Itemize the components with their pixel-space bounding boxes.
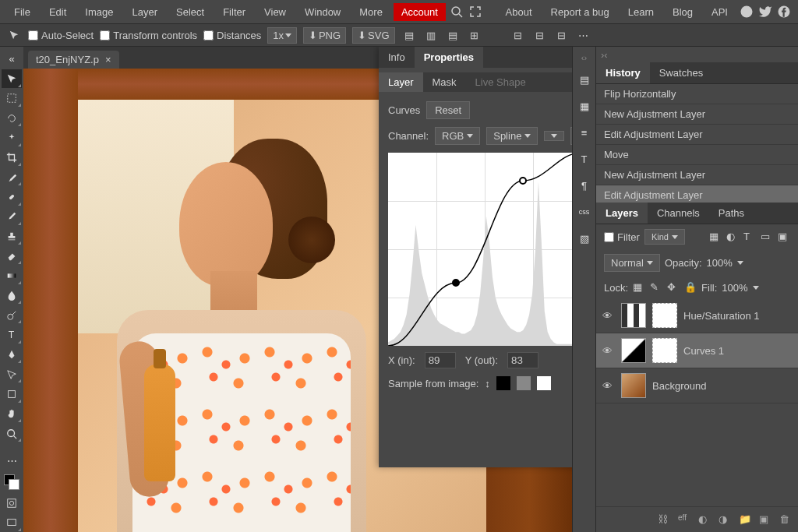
crop-tool[interactable] bbox=[2, 149, 22, 167]
link-layers-icon[interactable]: ⛓ bbox=[658, 513, 670, 526]
menu-image[interactable]: Image bbox=[77, 3, 121, 21]
distribute-h-icon[interactable]: ⊞ bbox=[467, 27, 482, 43]
visibility-icon[interactable]: 👁 bbox=[602, 345, 615, 357]
filter-adjust-icon[interactable]: ◐ bbox=[726, 231, 739, 243]
quick-mask-icon[interactable] bbox=[2, 495, 22, 513]
tab-paths[interactable]: Paths bbox=[709, 203, 754, 224]
menu-file[interactable]: File bbox=[6, 3, 38, 21]
image-panel-icon[interactable]: ▧ bbox=[574, 229, 595, 248]
filter-check[interactable]: Filter bbox=[604, 231, 640, 243]
eraser-tool[interactable] bbox=[2, 247, 22, 265]
gray-point-button[interactable] bbox=[517, 376, 531, 390]
history-item[interactable]: Edit Adjustment Layer bbox=[596, 185, 798, 203]
navigator-panel-icon[interactable]: ▦ bbox=[574, 97, 595, 115]
menu-bug[interactable]: Report a bug bbox=[543, 3, 617, 21]
fill-slider-icon[interactable] bbox=[753, 286, 759, 290]
menu-account[interactable]: Account bbox=[394, 3, 446, 21]
subtab-mask[interactable]: Mask bbox=[423, 72, 466, 92]
align-left-icon[interactable]: ▤ bbox=[401, 27, 417, 43]
more-tools[interactable]: ⋯ bbox=[2, 452, 22, 470]
filter-shape-icon[interactable]: ▭ bbox=[761, 231, 773, 243]
menu-learn[interactable]: Learn bbox=[620, 3, 662, 21]
menu-api[interactable]: API bbox=[704, 3, 736, 21]
menu-view[interactable]: View bbox=[256, 3, 294, 21]
folder-icon[interactable]: 📁 bbox=[739, 513, 751, 526]
path-tool[interactable] bbox=[2, 365, 22, 383]
tab-history[interactable]: History bbox=[596, 62, 650, 83]
menu-window[interactable]: Window bbox=[297, 3, 348, 21]
shape-tool[interactable] bbox=[2, 385, 22, 403]
heal-tool[interactable] bbox=[2, 188, 22, 206]
history-item[interactable]: Edit Adjustment Layer bbox=[596, 125, 798, 145]
menu-more[interactable]: More bbox=[351, 3, 390, 21]
tab-info[interactable]: Info bbox=[379, 47, 415, 68]
search-icon[interactable] bbox=[449, 4, 464, 19]
layer-row[interactable]: 👁 Curves 1 bbox=[596, 333, 798, 368]
filter-smart-icon[interactable]: ▣ bbox=[778, 231, 790, 243]
gradient-tool[interactable] bbox=[2, 266, 22, 284]
type-tool[interactable]: T bbox=[2, 326, 22, 344]
white-point-button[interactable] bbox=[537, 376, 551, 390]
brush-tool[interactable] bbox=[2, 208, 22, 226]
filter-pixel-icon[interactable]: ▦ bbox=[709, 231, 722, 243]
curve-point-2[interactable] bbox=[519, 177, 527, 185]
collapse-right-icon[interactable]: ‹› bbox=[581, 53, 587, 62]
new-layer-icon[interactable]: ▣ bbox=[759, 513, 772, 526]
filter-type-icon[interactable]: T bbox=[743, 231, 756, 243]
menu-about[interactable]: About bbox=[498, 3, 540, 21]
blend-select[interactable]: Normal bbox=[604, 254, 660, 272]
lasso-tool[interactable] bbox=[2, 109, 22, 127]
mask-icon[interactable]: ◐ bbox=[698, 513, 711, 526]
auto-select-check[interactable]: Auto-Select bbox=[28, 30, 94, 41]
preset-select[interactable] bbox=[544, 131, 564, 141]
lock-pixel-icon[interactable]: ✎ bbox=[650, 281, 662, 294]
transform-check[interactable]: Transform controls bbox=[100, 30, 197, 41]
layer-row[interactable]: 👁 Hue/Saturation 1 bbox=[596, 298, 798, 333]
sample-icon[interactable]: ↕ bbox=[485, 378, 490, 389]
rect-select-tool[interactable] bbox=[2, 90, 22, 107]
x-input[interactable] bbox=[425, 352, 456, 368]
y-input[interactable] bbox=[507, 352, 538, 368]
menu-blog[interactable]: Blog bbox=[665, 3, 701, 21]
fullscreen-icon[interactable] bbox=[468, 4, 483, 19]
lock-trans-icon[interactable]: ▦ bbox=[633, 281, 645, 294]
align-center-icon[interactable]: ▥ bbox=[423, 27, 439, 43]
history-item[interactable]: New Adjustment Layer bbox=[596, 104, 798, 125]
tab-layers[interactable]: Layers bbox=[596, 203, 648, 224]
color-swatches[interactable] bbox=[2, 471, 22, 492]
collapse-tools[interactable]: « bbox=[2, 50, 22, 68]
fill-value[interactable]: 100% bbox=[722, 282, 747, 294]
history-item[interactable]: Move bbox=[596, 145, 798, 165]
delete-icon[interactable]: 🗑 bbox=[779, 513, 792, 526]
reset-button[interactable]: Reset bbox=[426, 101, 470, 119]
export-svg[interactable]: ⬇ SVG bbox=[352, 27, 394, 44]
curves-graph[interactable] bbox=[388, 153, 572, 346]
adjustments-panel-icon[interactable]: ≡ bbox=[574, 123, 595, 142]
hand-tool[interactable] bbox=[2, 405, 22, 423]
wand-tool[interactable] bbox=[2, 129, 22, 146]
zoom-tool[interactable] bbox=[2, 425, 22, 442]
tab-channels[interactable]: Channels bbox=[648, 203, 709, 224]
tab-swatches[interactable]: Swatches bbox=[650, 62, 712, 83]
subtab-layer[interactable]: Layer bbox=[379, 72, 423, 92]
auto-button[interactable]: Auto bbox=[570, 127, 572, 145]
move-tool-icon[interactable] bbox=[6, 27, 22, 43]
kind-select[interactable]: Kind bbox=[644, 229, 685, 245]
screen-mode-icon[interactable] bbox=[2, 514, 22, 532]
reddit-icon[interactable] bbox=[739, 4, 754, 19]
pen-tool[interactable] bbox=[2, 346, 22, 364]
align-top-icon[interactable]: ⊟ bbox=[510, 27, 526, 43]
history-item[interactable]: New Adjustment Layer bbox=[596, 165, 798, 185]
blur-tool[interactable] bbox=[2, 287, 22, 305]
black-point-button[interactable] bbox=[496, 376, 510, 390]
align-mid-icon[interactable]: ⊟ bbox=[532, 27, 548, 43]
visibility-icon[interactable]: 👁 bbox=[602, 310, 615, 322]
dodge-tool[interactable] bbox=[2, 306, 22, 324]
lock-pos-icon[interactable]: ✥ bbox=[667, 281, 680, 294]
export-png[interactable]: ⬇ PNG bbox=[303, 27, 346, 44]
fx-icon[interactable]: eff bbox=[678, 513, 690, 526]
history-item[interactable]: Flip Horizontally bbox=[596, 84, 798, 104]
histogram-panel-icon[interactable]: ▤ bbox=[574, 70, 595, 89]
facebook-icon[interactable] bbox=[776, 4, 792, 19]
character-panel-icon[interactable]: T bbox=[574, 150, 595, 168]
